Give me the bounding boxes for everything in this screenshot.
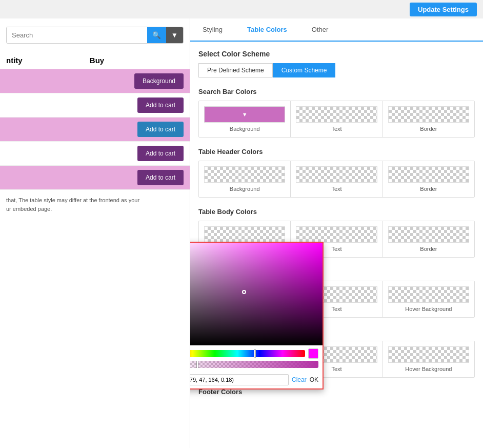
add-to-cart-button[interactable]: Add to cart <box>137 146 184 161</box>
header-text-cell[interactable]: Text <box>291 161 383 197</box>
alpha-gradient-overlay <box>190 361 318 368</box>
table-row: Background <box>0 69 190 93</box>
even-text-label: Text <box>331 366 341 372</box>
body-bg-preview <box>204 226 285 243</box>
search-input[interactable] <box>7 27 147 43</box>
even-hover-cell[interactable]: Hover Background <box>383 341 474 377</box>
body-border-cell[interactable]: Border <box>383 221 474 257</box>
color-scheme-title: Select Color Scheme <box>198 50 475 58</box>
table-header-colors-section: Table Header Colors Background Text Bord… <box>198 148 475 198</box>
body-border-label: Border <box>420 246 437 252</box>
picker-ok-button[interactable]: OK <box>310 376 318 383</box>
main-layout: 🔍 ▼ ntity Buy Background Add to cart Ad <box>0 18 483 448</box>
predefined-scheme-button[interactable]: Pre Defined Scheme <box>198 63 273 77</box>
odd-hover-label: Hover Background <box>405 306 452 312</box>
header-text-preview <box>296 166 377 183</box>
tabs-bar: Styling Table Colors Other <box>190 18 483 42</box>
color-picker: Clear OK <box>190 242 324 389</box>
even-hover-preview <box>388 346 469 363</box>
table-header-colors-title: Table Header Colors <box>198 148 475 155</box>
search-bg-preview: ▼ <box>204 106 285 123</box>
add-to-cart-button[interactable]: Add to cart <box>137 122 184 137</box>
scheme-buttons: Pre Defined Scheme Custom Scheme <box>198 63 475 77</box>
header-border-cell[interactable]: Border <box>383 161 474 197</box>
add-to-cart-button[interactable]: Add to cart <box>137 98 184 113</box>
body-text-preview <box>296 226 377 243</box>
right-panel: Styling Table Colors Other Select Color … <box>190 18 483 448</box>
alpha-thumb <box>196 361 198 368</box>
dropdown-icon: ▼ <box>171 31 178 39</box>
picker-clear-button[interactable]: Clear <box>292 376 307 383</box>
header-bg-preview <box>204 166 285 183</box>
search-bar-colors-section: Search Bar Colors ▼ Background Text <box>198 88 475 138</box>
odd-hover-cell[interactable]: Hover Background <box>383 281 474 317</box>
search-icon: 🔍 <box>152 31 161 39</box>
table-row: Add to cart <box>0 166 190 190</box>
search-border-cell[interactable]: Border <box>383 101 474 137</box>
right-content: Select Color Scheme Pre Defined Scheme C… <box>190 42 483 448</box>
body-border-preview <box>388 226 469 243</box>
even-hover-label: Hover Background <box>405 366 452 372</box>
color-gradient-area[interactable] <box>190 243 323 345</box>
picker-cursor <box>242 290 246 294</box>
tab-styling[interactable]: Styling <box>190 18 235 41</box>
hue-row <box>190 348 318 359</box>
alpha-slider[interactable] <box>190 361 318 368</box>
header-border-preview <box>388 166 469 183</box>
odd-text-label: Text <box>331 306 341 312</box>
update-settings-button[interactable]: Update Settings <box>410 3 477 16</box>
odd-hover-preview <box>388 286 469 303</box>
custom-scheme-button[interactable]: Custom Scheme <box>273 63 336 77</box>
header-bg-label: Background <box>230 186 260 192</box>
picker-input-row: Clear OK <box>190 371 323 388</box>
footer-text: that, The table style may differ at the … <box>0 190 190 219</box>
table-row: Add to cart <box>0 93 190 118</box>
footer-line-1: that, The table style may differ at the … <box>6 197 139 203</box>
search-border-label: Border <box>420 126 437 132</box>
quantity-header: ntity <box>6 56 67 65</box>
body-text-label: Text <box>331 246 341 252</box>
header-border-label: Border <box>420 186 437 192</box>
hue-slider[interactable] <box>190 350 305 357</box>
search-border-preview <box>388 106 469 123</box>
search-text-cell[interactable]: Text <box>291 101 383 137</box>
table-header-row: ntity Buy <box>0 52 190 69</box>
footer-line-2: ur embeded page. <box>6 206 52 212</box>
tab-table-colors[interactable]: Table Colors <box>235 18 299 42</box>
search-bg-cell[interactable]: ▼ Background <box>199 101 291 137</box>
color-scheme-section: Select Color Scheme Pre Defined Scheme C… <box>198 50 475 77</box>
search-text-label: Text <box>331 126 341 132</box>
header-text-label: Text <box>331 186 341 192</box>
table-row: Add to cart <box>0 142 190 166</box>
dropdown-button[interactable]: ▼ <box>166 27 183 43</box>
buy-header: Buy <box>67 56 127 65</box>
tab-other[interactable]: Other <box>299 18 341 41</box>
search-bg-label: Background <box>230 126 260 132</box>
search-button[interactable]: 🔍 <box>147 27 166 43</box>
add-to-cart-button[interactable]: Background <box>134 73 184 89</box>
color-value-input[interactable] <box>190 374 289 385</box>
search-text-preview <box>296 106 377 123</box>
table-header-color-row: Background Text Border <box>198 161 475 198</box>
search-bar-container: 🔍 ▼ <box>6 27 184 44</box>
left-panel: 🔍 ▼ ntity Buy Background Add to cart Ad <box>0 18 190 448</box>
search-bar-color-row: ▼ Background Text Border <box>198 101 475 138</box>
search-bar-colors-title: Search Bar Colors <box>198 88 475 95</box>
table-row: Add to cart <box>0 118 190 142</box>
top-bar: Update Settings <box>0 0 483 18</box>
add-to-cart-button[interactable]: Add to cart <box>137 170 184 185</box>
header-bg-cell[interactable]: Background <box>199 161 291 197</box>
color-preview-swatch <box>308 348 318 359</box>
hue-thumb <box>254 349 256 358</box>
table-body-colors-title: Table Body Colors <box>198 208 475 216</box>
